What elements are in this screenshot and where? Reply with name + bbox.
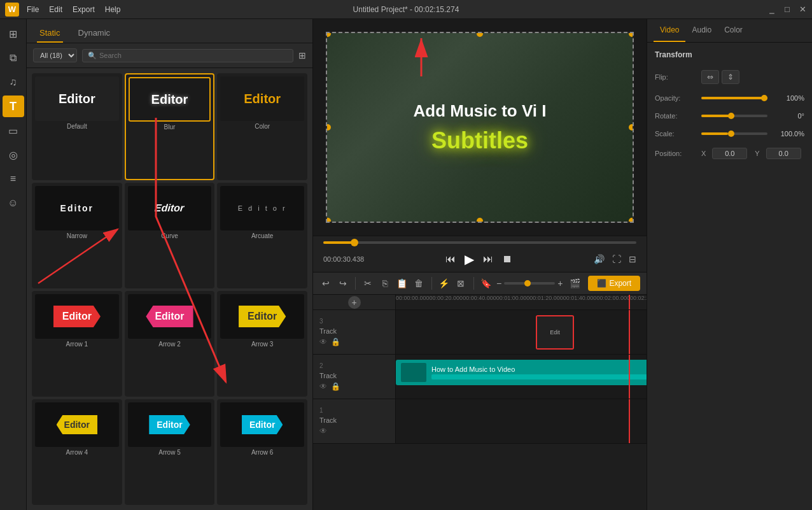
menu-file[interactable]: File	[27, 5, 39, 14]
render-button[interactable]: 🎬	[566, 275, 583, 292]
card-arrow2[interactable]: Editor Arrow 2	[125, 291, 215, 397]
opacity-row: Opacity: 100%	[655, 92, 804, 104]
aspect-ratio-icon[interactable]: ⊟	[629, 254, 636, 264]
scale-slider[interactable]	[701, 132, 767, 135]
opacity-slider[interactable]	[701, 97, 767, 99]
card-arrow1[interactable]: Editor Arrow 1	[32, 291, 122, 397]
handle-br[interactable]	[629, 218, 634, 223]
crop-button[interactable]: ⊠	[454, 275, 468, 292]
sidebar-item-transitions[interactable]: ▭	[3, 120, 24, 141]
sidebar-item-audio[interactable]: ♫	[3, 71, 24, 93]
card-arcuate[interactable]: E d i t o r Arcuate	[217, 183, 307, 288]
main-layout: ⊞ ⧉ ♫ T ▭ ◎ ≡ ☺ Static Dynamic All (18) …	[0, 19, 812, 510]
progress-thumb[interactable]	[351, 239, 358, 246]
maximize-button[interactable]: □	[783, 5, 792, 14]
sidebar-item-stickers[interactable]: ☺	[3, 192, 24, 214]
volume-icon[interactable]: 🔊	[594, 254, 605, 264]
stop-button[interactable]: ⏹	[502, 253, 512, 265]
card-arrow1-preview: Editor	[35, 294, 119, 339]
position-y-input[interactable]	[766, 148, 801, 159]
track-row-1: 1 Track 👁	[313, 399, 647, 444]
minimize-button[interactable]: ⎯	[767, 5, 776, 14]
track-num-2: 2	[319, 362, 389, 369]
controls-row: 00:00:30.438 ⏮ ▶ ⏭ ⏹ 🔊 ⛶ ⊟	[323, 249, 636, 269]
track-visibility-icon-3[interactable]: 👁	[319, 337, 327, 346]
rotate-slider[interactable]	[701, 115, 767, 117]
close-button[interactable]: ✕	[798, 5, 807, 14]
track-label-3: Track	[319, 327, 389, 335]
step-back-button[interactable]: ⏮	[445, 253, 456, 265]
card-color-label: Color	[255, 123, 270, 130]
sidebar-item-effects[interactable]: ◎	[3, 144, 24, 166]
progress-bar[interactable]	[323, 241, 636, 244]
zoom-slider[interactable]	[504, 282, 555, 285]
card-arrow4-label: Arrow 4	[66, 449, 88, 456]
fullscreen-icon[interactable]: ⛶	[612, 254, 621, 264]
card-blur[interactable]: Editor Blur	[125, 73, 215, 180]
zoom-out-icon[interactable]: −	[496, 278, 501, 288]
sidebar-item-filters[interactable]: ≡	[3, 168, 24, 190]
track-visibility-icon-1[interactable]: 👁	[319, 427, 327, 436]
card-default[interactable]: Editor Default	[32, 73, 122, 180]
filter-dropdown[interactable]: All (18)	[33, 48, 77, 62]
tab-audio[interactable]: Audio	[685, 19, 718, 42]
paste-button[interactable]: 📋	[395, 275, 409, 292]
flip-vertical-button[interactable]: ⇕	[722, 70, 739, 84]
card-arrow5[interactable]: Editor Arrow 5	[125, 399, 215, 505]
video-container: Add Music to Vi I Subtitles	[313, 19, 647, 236]
menu-edit[interactable]: Edit	[49, 5, 62, 14]
track-label-1: Track	[319, 416, 389, 424]
card-arrow5-preview: Editor	[128, 402, 212, 447]
handle-bc[interactable]	[477, 218, 483, 223]
card-color[interactable]: Editor Color	[217, 73, 307, 180]
sidebar-item-text[interactable]: T	[3, 96, 24, 117]
delete-button[interactable]: 🗑	[412, 275, 426, 292]
timeline-add-track[interactable]: +	[313, 295, 396, 309]
bookmark-button[interactable]: 🔖	[479, 275, 493, 292]
step-forward-button[interactable]: ⏭	[483, 253, 493, 265]
tab-static[interactable]: Static	[37, 24, 63, 43]
card-arrow4[interactable]: Editor Arrow 4	[32, 399, 122, 505]
title-bar: W File Edit Export Help Untitled Project…	[0, 0, 812, 19]
export-button[interactable]: ⬛ Export	[588, 276, 640, 291]
position-x-input[interactable]	[712, 148, 747, 159]
ruler-mark-2: 00:00:40.000	[463, 295, 496, 301]
audio-waveform	[431, 374, 647, 379]
flip-horizontal-button[interactable]: ⇔	[701, 70, 719, 84]
play-button[interactable]: ▶	[465, 251, 474, 267]
tab-dynamic[interactable]: Dynamic	[76, 24, 113, 43]
grid-toggle-icon[interactable]: ⊞	[298, 50, 306, 60]
tab-color[interactable]: Color	[718, 19, 749, 42]
video-clip[interactable]: How to Add Music to Video	[396, 360, 647, 385]
handle-tr[interactable]	[629, 32, 634, 37]
sidebar-item-home[interactable]: ⊞	[3, 23, 24, 45]
card-curve[interactable]: Editor Curve	[125, 183, 215, 288]
split-button[interactable]: ⚡	[437, 275, 451, 292]
handle-bl[interactable]	[326, 218, 331, 223]
card-blur-text: Editor	[151, 92, 188, 107]
add-track-button[interactable]: +	[348, 296, 361, 309]
copy-button[interactable]: ⎘	[379, 275, 392, 292]
sidebar-item-layers[interactable]: ⧉	[3, 47, 24, 69]
controls-right: 🔊 ⛶ ⊟	[594, 254, 636, 264]
menu-export[interactable]: Export	[73, 5, 95, 14]
tab-video[interactable]: Video	[654, 19, 685, 42]
cut-button[interactable]: ✂	[361, 275, 375, 292]
redo-button[interactable]: ↪	[337, 275, 350, 292]
title-clip[interactable]: Edit	[536, 315, 574, 350]
card-narrow[interactable]: Editor Narrow	[32, 183, 122, 288]
playback-controls: ⏮ ▶ ⏭ ⏹	[445, 251, 512, 267]
undo-button[interactable]: ↩	[319, 275, 333, 292]
card-arrow6[interactable]: Editor Arrow 6	[217, 399, 307, 505]
menu-help[interactable]: Help	[105, 5, 121, 14]
card-curve-preview: Editor	[128, 186, 212, 230]
zoom-in-icon[interactable]: +	[557, 278, 563, 288]
handle-mr[interactable]	[629, 124, 634, 131]
card-arrow3[interactable]: Editor Arrow 3	[217, 291, 307, 397]
search-input[interactable]	[99, 52, 288, 59]
rotate-value: 0°	[773, 112, 804, 120]
card-default-text: Editor	[59, 92, 95, 106]
track-visibility-icon-2[interactable]: 👁	[319, 382, 327, 391]
track-lock-icon-2[interactable]: 🔒	[331, 382, 340, 391]
track-lock-icon-3[interactable]: 🔒	[331, 337, 340, 346]
